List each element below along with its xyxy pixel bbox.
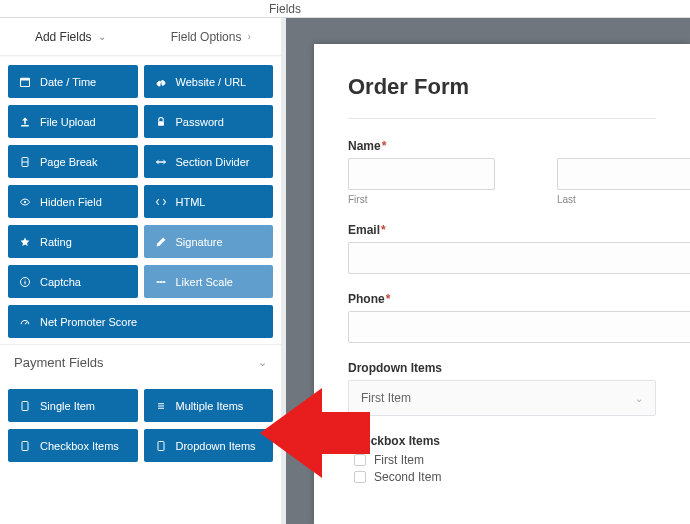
pen-icon — [154, 236, 168, 248]
svg-point-9 — [163, 281, 165, 283]
label-name: Name* — [348, 139, 656, 153]
checkbox-label: First Item — [374, 453, 424, 467]
sidebar-tabs: Add Fields ⌄ Field Options › — [0, 18, 281, 56]
label-email: Email* — [348, 223, 656, 237]
input-email[interactable] — [348, 242, 690, 274]
field-label: Password — [176, 116, 224, 128]
field-label: File Upload — [40, 116, 96, 128]
tab-add-fields[interactable]: Add Fields ⌄ — [0, 18, 141, 55]
top-title: Fields — [269, 2, 301, 16]
field-label: Rating — [40, 236, 72, 248]
field-captcha[interactable]: Captcha — [8, 265, 138, 298]
field-label: Single Item — [40, 400, 95, 412]
field-section-divider[interactable]: Section Divider — [144, 145, 274, 178]
svg-rect-12 — [158, 441, 164, 450]
code-icon — [154, 196, 168, 208]
fancy-fields-grid: Date / TimeWebsite / URLFile UploadPassw… — [0, 56, 281, 344]
field-multiple-items[interactable]: Multiple Items — [144, 389, 274, 422]
field-dropdown-items[interactable]: Dropdown Items First Item ⌄ — [348, 361, 656, 416]
section-label: Payment Fields — [14, 355, 104, 370]
svg-rect-11 — [22, 441, 28, 450]
field-name[interactable]: Name* First Last — [348, 139, 656, 205]
field-label: HTML — [176, 196, 206, 208]
list-icon — [154, 400, 168, 412]
svg-point-5 — [24, 200, 26, 202]
field-label: Website / URL — [176, 76, 247, 88]
gauge-icon — [18, 316, 32, 328]
divider — [348, 118, 656, 119]
tab-label: Add Fields — [35, 30, 92, 44]
svg-rect-10 — [22, 401, 28, 410]
checkbox-option[interactable]: First Item — [354, 453, 656, 467]
chevron-down-icon: ⌄ — [258, 356, 267, 369]
tab-field-options[interactable]: Field Options › — [141, 18, 282, 55]
input-first-name[interactable] — [348, 158, 495, 190]
svg-rect-3 — [158, 121, 164, 126]
dropdown-selected: First Item — [361, 391, 411, 405]
info-icon — [18, 276, 32, 288]
field-single-item[interactable]: Single Item — [8, 389, 138, 422]
doc-icon — [18, 400, 32, 412]
doc-icon — [154, 440, 168, 452]
checkbox-icon — [354, 471, 366, 483]
field-likert-scale[interactable]: Likert Scale — [144, 265, 274, 298]
field-dropdown-items[interactable]: Dropdown Items — [144, 429, 274, 462]
field-label: Signature — [176, 236, 223, 248]
field-html[interactable]: HTML — [144, 185, 274, 218]
field-net-promoter-score[interactable]: Net Promoter Score — [8, 305, 273, 338]
link-icon — [154, 76, 168, 88]
cal-icon — [18, 76, 32, 88]
svg-rect-2 — [21, 125, 29, 127]
field-label: Net Promoter Score — [40, 316, 137, 328]
input-phone[interactable] — [348, 311, 690, 343]
field-label: Multiple Items — [176, 400, 244, 412]
field-label: Section Divider — [176, 156, 250, 168]
field-email[interactable]: Email* — [348, 223, 656, 274]
svg-point-8 — [160, 281, 162, 283]
field-phone[interactable]: Phone* — [348, 292, 656, 343]
label-phone: Phone* — [348, 292, 656, 306]
input-last-name[interactable] — [557, 158, 690, 190]
page-icon — [18, 156, 32, 168]
top-bar: Fields — [0, 0, 690, 18]
field-page-break[interactable]: Page Break — [8, 145, 138, 178]
field-label: Hidden Field — [40, 196, 102, 208]
lock-icon — [154, 116, 168, 128]
field-label: Captcha — [40, 276, 81, 288]
field-label: Dropdown Items — [176, 440, 256, 452]
field-signature[interactable]: Signature — [144, 225, 274, 258]
svg-point-7 — [157, 281, 159, 283]
checkbox-label: Second Item — [374, 470, 441, 484]
label-dropdown: Dropdown Items — [348, 361, 656, 375]
checkbox-option[interactable]: Second Item — [354, 470, 656, 484]
tab-label: Field Options — [171, 30, 242, 44]
field-date-time[interactable]: Date / Time — [8, 65, 138, 98]
star-icon — [18, 236, 32, 248]
field-rating[interactable]: Rating — [8, 225, 138, 258]
field-label: Likert Scale — [176, 276, 233, 288]
checkbox-icon — [354, 454, 366, 466]
chevron-down-icon: ⌄ — [635, 393, 643, 404]
field-label: Date / Time — [40, 76, 96, 88]
field-label: Checkbox Items — [40, 440, 119, 452]
field-checkbox-items[interactable]: Checkbox Items — [8, 429, 138, 462]
eye-icon — [18, 196, 32, 208]
field-website-url[interactable]: Website / URL — [144, 65, 274, 98]
field-password[interactable]: Password — [144, 105, 274, 138]
lik-icon — [154, 276, 168, 288]
payment-fields-grid: Single ItemMultiple ItemsCheckbox ItemsD… — [0, 380, 281, 468]
label-checkbox: Checkbox Items — [348, 434, 656, 448]
chevron-right-icon: › — [247, 31, 250, 42]
field-checkbox-items[interactable]: Checkbox Items First ItemSecond Item — [348, 434, 656, 484]
section-payment-fields[interactable]: Payment Fields ⌄ — [0, 344, 281, 380]
form-title: Order Form — [348, 74, 656, 100]
sidebar: Add Fields ⌄ Field Options › Date / Time… — [0, 18, 286, 524]
sublabel-first: First — [348, 194, 495, 205]
field-hidden-field[interactable]: Hidden Field — [8, 185, 138, 218]
field-label: Page Break — [40, 156, 97, 168]
form-preview-area: Order Form Name* First Last Email* — [286, 18, 690, 524]
dropdown-select[interactable]: First Item ⌄ — [348, 380, 656, 416]
doc-icon — [18, 440, 32, 452]
field-file-upload[interactable]: File Upload — [8, 105, 138, 138]
svg-rect-1 — [21, 78, 30, 80]
